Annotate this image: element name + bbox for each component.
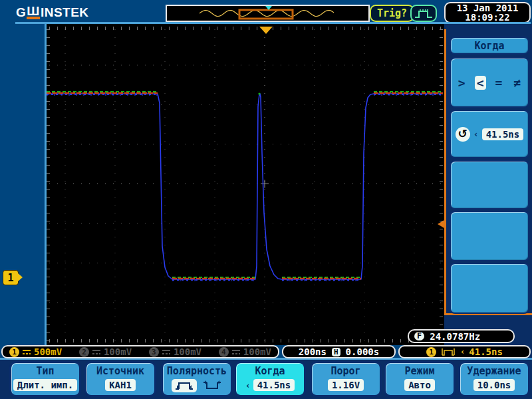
operator-less[interactable]: < [475, 76, 486, 90]
horizontal-position-value: 0.000s [346, 346, 380, 357]
menu-value: 1.16V [328, 379, 364, 391]
operator-not-equal[interactable]: ≠ [511, 76, 523, 90]
channel-status-3: 3 100mV [149, 346, 201, 357]
negative-pulse-icon [202, 380, 222, 392]
channel-status-bar: 1 500mV 2 100mV 3 100mV 4 100mV [1, 345, 279, 358]
pulse-width-trigger-icon [440, 346, 456, 357]
dc-coupling-icon [162, 348, 171, 355]
menu-value: КАН1 [105, 379, 136, 391]
pulse-width-value: 41.5ns [482, 128, 524, 140]
menu-label: Полярность [167, 365, 227, 377]
logo-g: G [16, 5, 26, 20]
timebase-status: 200ns H 0.000s [282, 345, 396, 358]
menu-button-threshold[interactable]: Порог 1.16V [310, 361, 382, 397]
graticule-area [47, 24, 444, 345]
menu-button-holdoff[interactable]: Удержание 10.0ns [458, 361, 530, 397]
menu-label: Источник [96, 365, 144, 377]
channel-3-scale: 100mV [174, 346, 201, 357]
menu-button-when[interactable]: Когда ‹41.5ns [234, 361, 306, 397]
sidebar-empty-panel-3[interactable] [450, 263, 529, 314]
freq-badge-icon: F [414, 332, 424, 340]
gwinstek-logo: GШINSTEK [16, 5, 89, 20]
dc-coupling-icon [22, 348, 31, 355]
pulse-icon [413, 7, 434, 19]
frequency-readout: F 24.0787Hz [408, 329, 515, 343]
channel-3-badge: 3 [149, 347, 159, 357]
menu-value: Длит. имп. [13, 379, 77, 391]
channel1-position-marker[interactable]: 1 [3, 270, 19, 285]
sidebar-empty-panel-1[interactable] [450, 160, 529, 209]
menu-value-prefix: ‹ [245, 380, 251, 390]
datetime-display: 13 Jan 2011 18:09:22 [444, 2, 531, 23]
menu-label: Порог [331, 365, 360, 377]
channel-1-badge: 1 [9, 347, 19, 357]
sidebar-accent-line-v [444, 29, 446, 315]
pulse-trigger-type-badge [410, 5, 437, 22]
dc-coupling-icon [231, 348, 241, 355]
menu-value: 41.5ns [253, 379, 295, 391]
menu-button-source[interactable]: Источник КАН1 [84, 361, 156, 397]
trigger-source-badge: 1 [426, 347, 436, 357]
date-text: 13 Jan 2011 [457, 3, 519, 13]
value-prefix: ‹ [473, 129, 479, 139]
menu-button-type[interactable]: Тип Длит. имп. [9, 361, 81, 397]
channel-1-scale: 500mV [34, 346, 62, 357]
timebase-value: 200ns [299, 346, 327, 357]
oscilloscope-screen: GШINSTEK Trig? 13 Jan 2011 18:09:22 1 Ко… [0, 0, 532, 399]
logo-rest: INSTEK [41, 5, 89, 20]
channel-2-scale: 100mV [104, 346, 132, 357]
trigger-status: 1 ‹ 41.5ns [398, 345, 531, 358]
menu-button-mode[interactable]: Режим Авто [384, 361, 456, 397]
frequency-value: 24.0787Hz [430, 331, 480, 342]
horizontal-badge-icon: H [332, 348, 340, 356]
sidebar-empty-panel-2[interactable] [450, 211, 529, 261]
menu-label: Удержание [467, 365, 521, 377]
logo-w: Ш [27, 5, 40, 19]
positive-pulse-icon [172, 379, 197, 392]
horizontal-preview-window [166, 5, 370, 22]
dc-coupling-icon [92, 348, 101, 355]
channel-2-badge: 2 [79, 347, 89, 357]
menu-label: Когда [255, 365, 285, 377]
trigger-status-badge: Trig? [370, 5, 414, 22]
channel-4-badge: 4 [219, 347, 229, 357]
menu-value: 10.0ns [473, 379, 515, 391]
channel-4-scale: 100mV [243, 346, 271, 357]
sidebar-comparator-panel[interactable]: > < = ≠ [450, 57, 529, 108]
dial-rotate-icon: ↺ [456, 127, 470, 142]
menu-button-polarity[interactable]: Полярность [161, 361, 233, 397]
time-text: 18:09:22 [465, 13, 509, 22]
sidebar-pulse-width-panel[interactable]: ↺ ‹ 41.5ns [450, 110, 529, 158]
menu-label: Тип [36, 365, 54, 377]
menu-label: Режим [404, 365, 434, 377]
preview-waveform-icon [167, 6, 368, 21]
channel-status-1: 1 500mV [9, 346, 62, 357]
operator-equal[interactable]: = [493, 76, 505, 90]
sidebar-title-when: Когда [450, 37, 529, 55]
trigger-value: 41.5ns [469, 346, 503, 357]
menu-value: Авто [404, 379, 435, 391]
channel-status-2: 2 100mV [79, 346, 132, 357]
operator-greater[interactable]: > [456, 76, 467, 90]
trigger-prefix: ‹ [460, 347, 465, 356]
channel-status-4: 4 100mV [219, 346, 271, 357]
